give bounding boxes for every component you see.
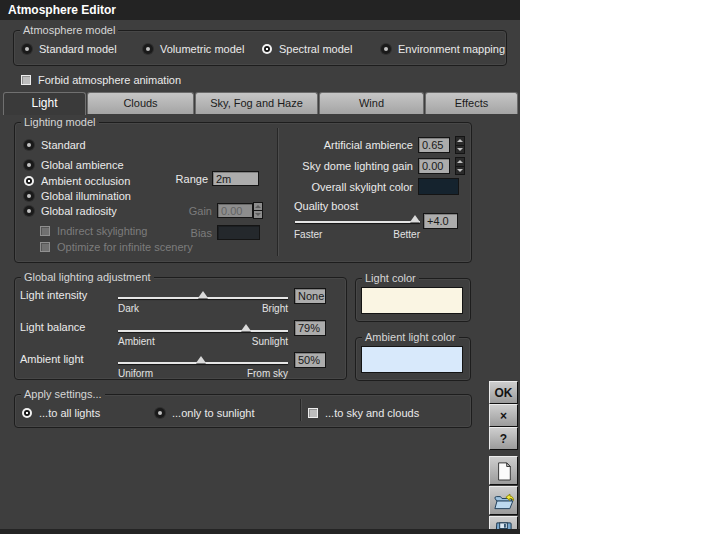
radio-spectral-model[interactable]: Spectral model: [262, 43, 352, 55]
sky-dome-gain-spinner[interactable]: [455, 157, 465, 175]
radio-selected-icon[interactable]: [262, 44, 272, 54]
new-file-button[interactable]: [489, 456, 518, 485]
slider-max-label: Bright: [218, 303, 288, 314]
tab-clouds[interactable]: Clouds: [87, 92, 194, 114]
indirect-skylighting-checkbox-row[interactable]: Indirect skylighting: [40, 225, 148, 237]
radio-selected-icon[interactable]: [24, 176, 34, 186]
quality-boost-slider[interactable]: [295, 221, 420, 223]
checkbox-icon[interactable]: [40, 226, 50, 236]
help-icon: ?: [500, 432, 507, 446]
radio-apply-all-lights[interactable]: ...to all lights: [22, 407, 100, 419]
light-balance-slider[interactable]: [118, 330, 288, 332]
quality-boost-label: Quality boost: [294, 200, 414, 212]
checkbox-label: Indirect skylighting: [57, 225, 148, 237]
radio-lighting-standard[interactable]: Standard: [24, 139, 86, 151]
radio-environment-mapping[interactable]: Environment mapping: [381, 43, 505, 55]
radio-volumetric-model[interactable]: Volumetric model: [143, 43, 244, 55]
checkbox-label: Optimize for infinite scenery: [57, 241, 193, 253]
range-field[interactable]: 2m: [212, 171, 259, 186]
checkbox-label: Forbid atmosphere animation: [38, 74, 181, 86]
slider-thumb[interactable]: [410, 215, 420, 222]
ambient-light-color-swatch[interactable]: [361, 346, 463, 373]
window-title: Atmosphere Editor: [8, 3, 116, 17]
radio-global-radiosity[interactable]: Global radiosity: [24, 205, 117, 217]
radio-global-illumination[interactable]: Global illumination: [24, 190, 131, 202]
close-button[interactable]: ×: [489, 404, 518, 427]
quality-min-label: Faster: [294, 229, 322, 240]
spin-up-icon[interactable]: [456, 137, 464, 146]
open-file-button[interactable]: [489, 486, 518, 515]
radio-label: ...to all lights: [39, 407, 100, 419]
light-intensity-label: Light intensity: [20, 289, 110, 301]
new-document-icon: [495, 461, 513, 481]
artificial-ambience-field[interactable]: 0.65: [418, 137, 450, 153]
slider-thumb[interactable]: [241, 324, 251, 331]
apply-sky-clouds-checkbox-row[interactable]: ...to sky and clouds: [308, 407, 419, 419]
radio-selected-icon[interactable]: [22, 408, 32, 418]
title-bar[interactable]: Atmosphere Editor: [0, 0, 520, 20]
help-button[interactable]: ?: [489, 427, 518, 450]
save-file-button[interactable]: [489, 516, 518, 534]
tab-label: Wind: [359, 97, 384, 109]
radio-icon[interactable]: [155, 408, 165, 418]
checkbox-icon[interactable]: [40, 242, 50, 252]
spin-up-icon[interactable]: [456, 158, 464, 167]
skylight-color-swatch[interactable]: [418, 178, 459, 195]
checkbox-icon[interactable]: [21, 75, 31, 85]
ambient-light-slider[interactable]: [118, 362, 288, 364]
sky-dome-gain-field[interactable]: 0.00: [418, 158, 450, 174]
light-intensity-slider[interactable]: [118, 297, 288, 299]
radio-icon[interactable]: [381, 44, 391, 54]
radio-global-ambience[interactable]: Global ambience: [24, 159, 124, 171]
tab-label: Clouds: [123, 97, 157, 109]
light-balance-field[interactable]: 79%: [294, 320, 326, 336]
optimize-infinite-scenery-checkbox-row[interactable]: Optimize for infinite scenery: [40, 241, 193, 253]
light-intensity-field[interactable]: None: [294, 288, 326, 304]
tab-label: Light: [31, 96, 57, 110]
open-file-icon: [493, 491, 514, 511]
checkbox-label: ...to sky and clouds: [325, 407, 419, 419]
slider-thumb[interactable]: [198, 291, 208, 298]
radio-label: Standard model: [39, 43, 117, 55]
radio-icon[interactable]: [22, 44, 32, 54]
tab-effects[interactable]: Effects: [425, 92, 518, 114]
radio-label: Spectral model: [279, 43, 352, 55]
bias-field[interactable]: [217, 225, 260, 240]
radio-label: Standard: [41, 139, 86, 151]
light-balance-label: Light balance: [20, 321, 110, 333]
tab-sky-fog-haze[interactable]: Sky, Fog and Haze: [195, 92, 318, 114]
light-color-swatch[interactable]: [361, 287, 463, 314]
radio-standard-model[interactable]: Standard model: [22, 43, 117, 55]
skylight-color-label: Overall skylight color: [283, 181, 413, 193]
radio-icon[interactable]: [24, 206, 34, 216]
slider-min-label: Dark: [118, 303, 139, 314]
radio-icon[interactable]: [143, 44, 153, 54]
atmosphere-model-group-label: Atmosphere model: [20, 24, 118, 37]
sky-dome-gain-label: Sky dome lighting gain: [283, 160, 413, 172]
radio-icon[interactable]: [24, 140, 34, 150]
radio-ambient-occlusion[interactable]: Ambient occlusion: [24, 175, 130, 187]
forbid-animation-checkbox-row[interactable]: Forbid atmosphere animation: [21, 74, 181, 86]
ambient-light-field[interactable]: 50%: [294, 352, 326, 368]
slider-max-label: Sunlight: [218, 336, 288, 347]
spin-down-icon[interactable]: [254, 211, 262, 218]
quality-boost-field[interactable]: +4.0: [423, 213, 458, 229]
gain-spinner[interactable]: [253, 202, 263, 219]
radio-icon[interactable]: [24, 160, 34, 170]
artificial-ambience-spinner[interactable]: [455, 136, 465, 154]
radio-icon[interactable]: [24, 191, 34, 201]
checkbox-icon[interactable]: [308, 408, 318, 418]
gain-field[interactable]: 0.00: [217, 203, 253, 218]
radio-label: ...only to sunlight: [172, 407, 255, 419]
tab-wind[interactable]: Wind: [319, 92, 424, 114]
tab-light[interactable]: Light: [3, 92, 86, 115]
spin-down-icon[interactable]: [456, 167, 464, 175]
radio-apply-only-sunlight[interactable]: ...only to sunlight: [155, 407, 255, 419]
slider-thumb[interactable]: [196, 356, 206, 363]
spin-down-icon[interactable]: [456, 146, 464, 154]
ok-button[interactable]: OK: [489, 381, 518, 404]
spin-up-icon[interactable]: [254, 203, 262, 211]
lighting-model-group-label: Lighting model: [21, 116, 99, 129]
group-divider: [277, 128, 278, 256]
bias-label: Bias: [170, 227, 212, 239]
